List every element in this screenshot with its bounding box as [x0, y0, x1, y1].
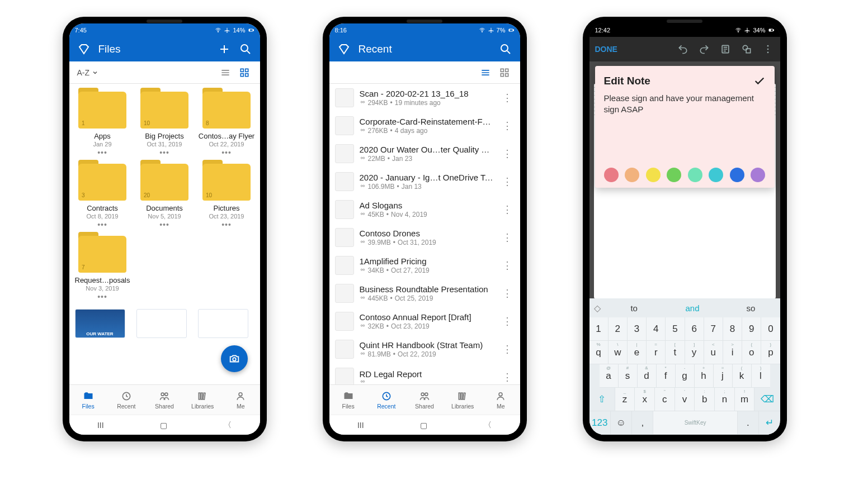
list-item[interactable]: Contoso Drones 39.9MB • Oct 31, 2019 ⋮ [329, 224, 520, 251]
premium-icon[interactable] [77, 42, 91, 56]
recents-softkey[interactable]: III [357, 421, 364, 430]
item-more-button[interactable]: ⋮ [500, 371, 515, 383]
list-item[interactable]: Scan - 2020-02-21 13_16_18 294KB • 19 mi… [329, 84, 520, 112]
key-c[interactable]: "c [655, 388, 675, 411]
folder-item[interactable]: 10 Pictures Oct 23, 2019 ••• [197, 161, 257, 231]
item-more-button[interactable]: ⋮ [500, 203, 515, 216]
key-y[interactable]: ]y [685, 341, 704, 364]
list-item[interactable]: Business Roundtable Presentation 445KB •… [329, 279, 520, 307]
suggestion[interactable]: and [663, 303, 721, 313]
file-thumb[interactable] [198, 309, 248, 338]
key-x[interactable]: $x [635, 388, 655, 411]
camera-fab[interactable] [221, 345, 248, 372]
suggestion[interactable]: so [721, 303, 780, 313]
folder-item[interactable]: 7 Request…posals Nov 3, 2019 ••• [73, 234, 133, 303]
key-v[interactable]: 'v [675, 388, 695, 411]
key-q[interactable]: %q [589, 341, 609, 364]
key-j[interactable]: =j [714, 364, 733, 388]
emoji-key[interactable]: ☺ [611, 411, 632, 435]
item-more-button[interactable]: ⋮ [500, 175, 515, 188]
color-swatch[interactable] [709, 168, 723, 182]
item-more-button[interactable]: ⋮ [500, 343, 515, 355]
folder-more-button[interactable]: ••• [97, 148, 107, 157]
premium-icon[interactable] [337, 42, 351, 56]
key-2[interactable]: 2 [609, 317, 628, 341]
folder-item[interactable]: 1 Apps Jan 29 ••• [73, 89, 133, 159]
note-icon[interactable] [719, 42, 732, 56]
nav-files[interactable]: Files [329, 385, 367, 415]
item-more-button[interactable]: ⋮ [500, 231, 515, 244]
undo-button[interactable] [676, 42, 690, 56]
more-button[interactable] [761, 42, 775, 56]
key-g[interactable]: -g [676, 364, 695, 388]
folder-more-button[interactable]: ••• [97, 220, 107, 229]
grid-view-button[interactable] [237, 65, 252, 80]
key-d[interactable]: &d [638, 364, 657, 388]
backspace-key[interactable]: ⌫ [754, 388, 780, 411]
key-u[interactable]: <u [704, 341, 723, 364]
key-e[interactable]: |e [628, 341, 647, 364]
key-4[interactable]: 4 [647, 317, 666, 341]
space-key[interactable]: SwiftKey [653, 411, 737, 435]
key-w[interactable]: \w [609, 341, 628, 364]
note-body[interactable]: Please sign and have your management sig… [604, 93, 766, 160]
nav-libraries[interactable]: Libraries [183, 385, 221, 415]
comma-key[interactable]: , [632, 411, 653, 435]
sort-dropdown[interactable]: A-Z [77, 68, 99, 77]
nav-files[interactable]: Files [69, 385, 107, 415]
color-swatch[interactable] [688, 168, 702, 182]
nav-shared[interactable]: Shared [145, 385, 183, 415]
color-swatch[interactable] [667, 168, 681, 182]
key-8[interactable]: 8 [723, 317, 742, 341]
home-softkey[interactable]: ▢ [160, 421, 167, 430]
key-6[interactable]: 6 [685, 317, 704, 341]
suggestion[interactable]: to [605, 303, 663, 313]
key-l[interactable]: )l [752, 364, 770, 388]
nav-recent[interactable]: Recent [367, 385, 405, 415]
list-item[interactable]: Ad Slogans 45KB • Nov 4, 2019 ⋮ [329, 196, 520, 224]
nav-me[interactable]: Me [221, 385, 260, 415]
shift-key[interactable]: ⇧ [589, 388, 615, 411]
item-more-button[interactable]: ⋮ [500, 92, 515, 104]
item-more-button[interactable]: ⋮ [500, 287, 515, 299]
nav-libraries[interactable]: Libraries [444, 385, 482, 415]
key-h[interactable]: +h [695, 364, 714, 388]
item-more-button[interactable]: ⋮ [500, 120, 515, 132]
key-s[interactable]: #s [619, 364, 638, 388]
expand-icon[interactable]: ◇ [589, 303, 605, 313]
search-button[interactable] [499, 42, 512, 56]
grid-view-button[interactable] [497, 65, 512, 80]
shapes-icon[interactable] [740, 42, 753, 56]
list-item[interactable]: 2020 Our Water Ou…ter Quality Report 22M… [329, 140, 520, 168]
color-swatch[interactable] [625, 168, 639, 182]
nav-shared[interactable]: Shared [405, 385, 444, 415]
back-softkey[interactable]: 〈 [224, 420, 232, 430]
key-k[interactable]: (k [733, 364, 752, 388]
nav-recent[interactable]: Recent [107, 385, 145, 415]
back-softkey[interactable]: 〈 [484, 420, 492, 430]
key-f[interactable]: *f [657, 364, 676, 388]
add-button[interactable] [218, 42, 231, 56]
key-m[interactable]: !m [735, 388, 755, 411]
item-more-button[interactable]: ⋮ [500, 259, 515, 272]
key-7[interactable]: 7 [704, 317, 723, 341]
key-5[interactable]: 5 [666, 317, 685, 341]
folder-more-button[interactable]: ••• [221, 148, 232, 157]
key-t[interactable]: [t [666, 341, 685, 364]
color-swatch[interactable] [604, 168, 619, 182]
folder-item[interactable]: 8 Contos…ay Flyer Oct 22, 2019 ••• [197, 89, 257, 159]
item-more-button[interactable]: ⋮ [500, 315, 515, 327]
redo-button[interactable] [697, 42, 711, 56]
home-softkey[interactable]: ▢ [420, 421, 427, 430]
folder-more-button[interactable]: ••• [97, 292, 107, 301]
key-3[interactable]: 3 [628, 317, 647, 341]
folder-more-button[interactable]: ••• [159, 148, 169, 157]
key-a[interactable]: @a [600, 364, 619, 388]
folder-item[interactable]: 10 Big Projects Oct 31, 2019 ••• [135, 89, 195, 159]
list-item[interactable]: 1Amplified Pricing 34KB • Oct 27, 2019 ⋮ [329, 251, 520, 279]
folder-item[interactable]: 20 Documents Nov 5, 2019 ••• [135, 161, 195, 231]
key-b[interactable]: :b [695, 388, 715, 411]
key-r[interactable]: =r [647, 341, 666, 364]
enter-key[interactable]: ↵ [759, 411, 780, 435]
search-button[interactable] [239, 42, 252, 56]
